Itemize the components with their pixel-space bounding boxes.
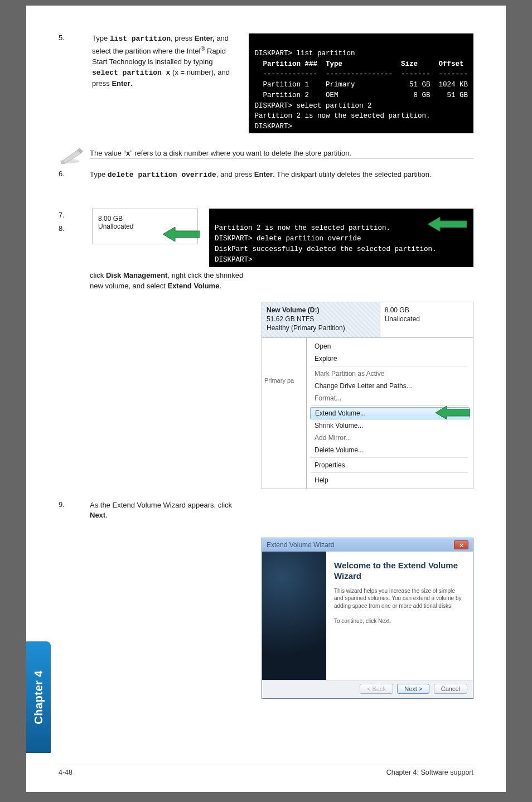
step-5-text: Type list partition, press Enter, and se…	[92, 33, 238, 133]
footer-chapter-label: Chapter 4: Software support	[386, 769, 473, 776]
context-menu: Open Explore Mark Partition as Active Ch…	[307, 338, 473, 489]
wizard-continue-text: To continue, click Next.	[334, 617, 465, 625]
next-button[interactable]: Next >	[397, 684, 429, 694]
pencil-icon	[59, 146, 83, 166]
note-callout: The value “x” refers to a disk number wh…	[59, 146, 473, 166]
dm-size: 8.00 GB	[98, 215, 192, 223]
term-line: Partition 2 is now the selected partitio…	[254, 112, 430, 120]
page-number: 4-48	[59, 769, 72, 776]
step-8-text: click Disk Management, right click the s…	[90, 270, 252, 292]
t: 51.62 GB NTFS	[267, 315, 375, 323]
ctx-unallocated-cell: 8.00 GB Unallocated	[380, 302, 473, 337]
ctx-item-format: Format...	[307, 392, 473, 404]
t: The value “	[90, 149, 126, 157]
t: Healthy (Primary Partition)	[267, 323, 375, 332]
note-text: The value “x” refers to a disk number wh…	[90, 146, 473, 157]
t: click	[90, 271, 106, 279]
t: Extend Volume...	[315, 409, 366, 417]
term-line: Partition 1 Primary 51 GB 1024 KB	[254, 81, 468, 89]
code: delete partition override	[108, 171, 216, 179]
step-9-text: As the Extend Volume Wizard appears, cli…	[90, 500, 252, 521]
ctx-header: New Volume (D:) 51.62 GB NTFS Healthy (P…	[262, 302, 473, 338]
wizard-title: Extend Volume Wizard	[267, 541, 334, 549]
term-line: ------------- ---------------- ------- -…	[254, 70, 468, 78]
term-line: Partition 2 OEM 8 GB 51 GB	[254, 91, 468, 99]
cancel-button[interactable]: Cancel	[434, 684, 467, 694]
code: list partition	[110, 35, 171, 43]
ctx-item-help[interactable]: Help	[307, 474, 473, 486]
term-line: DISKPART> list partition	[254, 50, 355, 57]
t: Enter	[112, 79, 130, 88]
chapter-side-tab: Chapter 4	[26, 641, 51, 753]
arrow-icon	[428, 216, 467, 232]
ctx-item-explore[interactable]: Explore	[307, 352, 473, 365]
t: Enter,	[195, 34, 215, 42]
ctx-item-open[interactable]: Open	[307, 340, 473, 352]
t: Type	[90, 170, 108, 178]
t: Extend Volume	[167, 282, 219, 290]
term-line: DISKPART> delete partition override	[215, 235, 361, 243]
term-line: Partition ### Type Size Offset	[254, 60, 463, 68]
ctx-item-properties[interactable]: Properties	[307, 459, 473, 471]
step-6: 6. Type delete partition override, and p…	[59, 170, 473, 181]
divider	[311, 457, 468, 458]
wizard-footer: < Back Next > Cancel	[262, 680, 473, 698]
term-line: Partition 2 is now the selected partitio…	[215, 224, 390, 232]
t: .	[219, 282, 221, 290]
disk-management-tile: 8.00 GB Unallocated	[92, 209, 198, 244]
divider	[311, 366, 468, 366]
page-footer: 4-48 Chapter 4: Software support	[59, 765, 473, 776]
step-6-text: Type delete partition override, and pres…	[90, 170, 473, 181]
wizard-heading: Welcome to the Extend Volume Wizard	[334, 561, 465, 582]
step-7-number: 7.	[59, 209, 81, 223]
t: Type	[92, 34, 110, 42]
divider	[311, 472, 468, 473]
t: ” refers to a disk number where you want…	[130, 149, 351, 157]
ctx-item-shrink-volume[interactable]: Shrink Volume...	[307, 419, 473, 432]
ctx-item-change-letter[interactable]: Change Drive Letter and Paths...	[307, 380, 473, 392]
terminal-screenshot-2: Partition 2 is now the selected partitio…	[209, 209, 473, 268]
term-line: DISKPART>	[215, 256, 253, 264]
step-5: 5. Type list partition, press Enter, and…	[59, 33, 473, 133]
t: 8.00 GB	[385, 306, 468, 315]
ctx-item-mark-active: Mark Partition as Active	[307, 368, 473, 380]
side-tab-label: Chapter 4	[32, 670, 45, 724]
arrow-icon	[163, 226, 200, 243]
ctx-volume-cell: New Volume (D:) 51.62 GB NTFS Healthy (P…	[262, 302, 380, 337]
ctx-body: Primary pa Open Explore Mark Partition a…	[262, 338, 473, 489]
arrow-icon	[436, 405, 470, 420]
ctx-item-delete-volume[interactable]: Delete Volume...	[307, 444, 473, 456]
svg-marker-6	[436, 406, 470, 419]
wizard-main: Welcome to the Extend Volume Wizard This…	[326, 552, 473, 680]
step-9-number: 9.	[59, 500, 81, 509]
step-9: 9. As the Extend Volume Wizard appears, …	[59, 500, 473, 521]
extend-volume-wizard: Extend Volume Wizard ✕ Welcome to the Ex…	[262, 538, 473, 699]
code: select partition x	[92, 69, 170, 77]
t: Enter	[254, 170, 273, 178]
t: .	[130, 79, 133, 88]
t: Next	[90, 511, 105, 519]
divider	[90, 158, 473, 159]
t: , press	[171, 34, 195, 42]
back-button: < Back	[360, 684, 393, 694]
svg-marker-5	[428, 217, 467, 231]
t: Disk Management	[106, 271, 168, 279]
ctx-item-extend-volume[interactable]: Extend Volume...	[310, 407, 470, 419]
wizard-body: Welcome to the Extend Volume Wizard This…	[262, 552, 473, 680]
close-icon[interactable]: ✕	[454, 540, 468, 549]
page: 5. Type list partition, press Enter, and…	[26, 6, 506, 792]
wizard-paragraph: This wizard helps you increase the size …	[334, 587, 465, 610]
step-7-8-graphics: 7. 8. 8.00 GB Unallocated Partition 2 is…	[59, 209, 473, 268]
t: As the Extend Volume Wizard appears, cli…	[90, 501, 232, 509]
t: New Volume (D:)	[267, 306, 375, 315]
wizard-titlebar: Extend Volume Wizard ✕	[262, 538, 473, 552]
wizard-side-graphic	[262, 552, 326, 680]
step-8-number: 8.	[59, 222, 81, 236]
t: .	[105, 511, 108, 519]
step-7-8-numbers: 7. 8.	[59, 209, 81, 236]
step-6-number: 6.	[59, 170, 81, 181]
t: . The diskpart utility deletes the selec…	[273, 170, 431, 178]
terminal-screenshot-1: DISKPART> list partition Partition ### T…	[249, 33, 473, 133]
ctx-left-label: Primary pa	[262, 338, 307, 489]
step-5-number: 5.	[59, 33, 81, 133]
